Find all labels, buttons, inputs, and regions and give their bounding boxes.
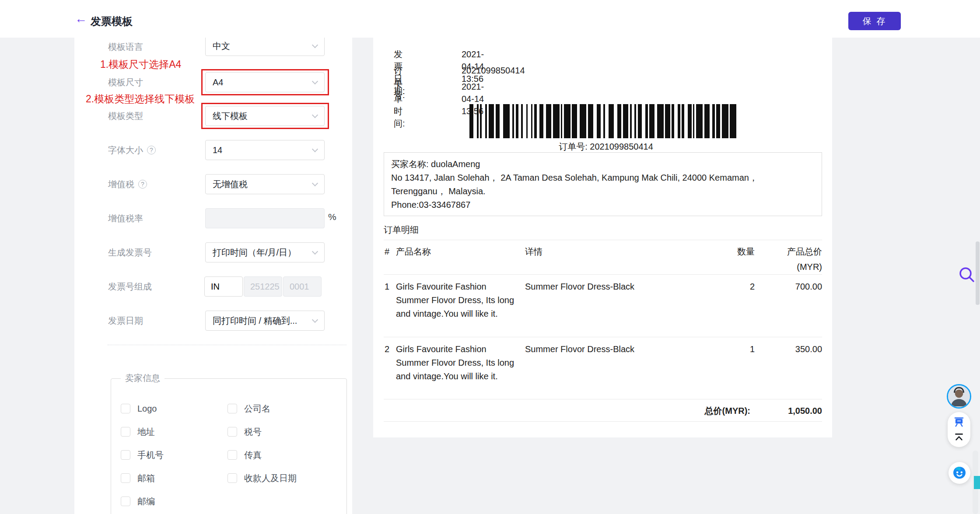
col-total-unit: (MYR) <box>735 260 822 274</box>
row2-no: 2 <box>385 343 389 356</box>
seller-info-legend: 卖家信息 <box>121 372 164 384</box>
col-hash: # <box>385 245 389 259</box>
barcode-caption: 订单号: 2021099850414 <box>469 141 742 153</box>
row1-name: Girls Favourite Fashion Summer Flovor Dr… <box>396 280 519 321</box>
chevron-down-icon <box>312 248 318 255</box>
chevron-down-icon <box>312 317 318 323</box>
red-highlight-box-size <box>201 69 329 95</box>
buyer-address-1: No 13417, Jalan Solehah， 2A Taman Desa S… <box>391 171 815 185</box>
buyer-info-box: 买家名称: duolaAmeng No 13417, Jalan Solehah… <box>384 152 822 216</box>
vat-rate-input <box>205 208 325 228</box>
vat-value: 无增值税 <box>213 178 248 190</box>
chevron-down-icon <box>312 42 318 48</box>
meta-value: 2021099850414 <box>462 64 525 77</box>
col-detail: 详情 <box>525 245 542 259</box>
teal-corner-chip <box>974 476 980 489</box>
buyer-address-2: Terengganu， Malaysia. <box>391 185 815 198</box>
invoice-no-gen-select[interactable]: 打印时间（年/月/日） <box>205 242 325 262</box>
helper-pill <box>948 412 970 447</box>
chevron-down-icon <box>312 180 318 186</box>
checkbox-payee-date[interactable]: 收款人及日期 <box>228 472 297 485</box>
red-highlight-box-type <box>201 103 329 129</box>
checkbox-box[interactable] <box>121 404 130 413</box>
checkbox-box[interactable] <box>121 473 130 483</box>
barcode <box>469 104 742 138</box>
checkbox-logo[interactable]: Logo <box>121 402 157 415</box>
field-label-template-size: 模板尺寸 <box>108 76 143 89</box>
checkbox-email[interactable]: 邮箱 <box>121 472 155 485</box>
checkbox-zipcode[interactable]: 邮编 <box>121 495 155 508</box>
help-icon[interactable]: ? <box>147 146 156 154</box>
back-arrow-icon[interactable]: ← <box>75 13 87 25</box>
annotation-step2: 2.模板类型选择线下模板 <box>86 92 195 106</box>
checkbox-box[interactable] <box>228 427 237 437</box>
checkbox-box[interactable] <box>228 404 237 413</box>
checkbox-mobile[interactable]: 手机号 <box>121 448 164 462</box>
row1-detail: Summer Flovor Dress-Black <box>525 280 696 294</box>
scrollbar-thumb[interactable] <box>976 241 980 305</box>
announcement-board-icon[interactable] <box>953 416 965 427</box>
page-title: 发票模板 <box>91 14 133 28</box>
annotation-step1: 1.模板尺寸选择A4 <box>100 58 181 71</box>
field-label-font-size: 字体大小? <box>108 143 156 157</box>
order-table: # 产品名称 详情 数量 产品总价 (MYR) 1 Girls Favourit… <box>384 240 822 422</box>
checkbox-fax[interactable]: 传真 <box>228 448 262 462</box>
grand-total-label: 总价(MYR): <box>645 404 750 418</box>
invoice-date-value: 同打印时间 / 精确到... <box>213 315 297 327</box>
checkbox-company-name[interactable]: 公司名 <box>228 402 270 415</box>
font-size-value: 14 <box>213 145 222 155</box>
customer-service-avatar[interactable] <box>947 384 971 409</box>
chevron-down-icon <box>312 146 318 152</box>
buyer-name: 买家名称: duolaAmeng <box>391 157 815 171</box>
field-label-template-type: 模板类型 <box>108 109 143 122</box>
row2-name: Girls Favourite Fashion Summer Flovor Dr… <box>396 343 519 383</box>
invoice-no-gen-value: 打印时间（年/月/日） <box>213 247 296 259</box>
template-settings-panel: 模板语言 中文 1.模板尺寸选择A4 模板尺寸 A4 2.模板类型选择线下模板 … <box>74 38 352 514</box>
search-icon[interactable] <box>957 265 976 284</box>
template-language-select[interactable]: 中文 <box>205 38 325 56</box>
row1-no: 1 <box>385 280 389 294</box>
invoice-template-editor: ← 发票模板 保 存 模板语言 中文 1.模板尺寸选择A4 模板尺寸 A4 2.… <box>0 0 980 514</box>
field-label-invoice-no-gen: 生成发票号 <box>108 246 152 259</box>
checkbox-box[interactable] <box>228 450 237 460</box>
col-total: 产品总价 <box>735 245 822 259</box>
invoice-seq-part: 0001 <box>283 276 322 297</box>
field-label-vat: 增值税? <box>108 178 147 191</box>
vat-select[interactable]: 无增值税 <box>205 174 325 194</box>
field-label-invoice-no-parts: 发票号组成 <box>108 280 152 293</box>
row1-total: 700.00 <box>735 280 822 294</box>
feedback-smiley-icon[interactable] <box>948 462 970 484</box>
grand-total-value: 1,050.00 <box>752 404 822 418</box>
checkbox-box[interactable] <box>121 450 130 460</box>
invoice-preview: 发票日期: 2021-04-14 13:56 订单号: 202109985041… <box>373 38 832 437</box>
percent-suffix: % <box>328 212 336 222</box>
seller-info-group: 卖家信息 <box>111 378 347 514</box>
font-size-select[interactable]: 14 <box>205 140 325 160</box>
row2-total: 350.00 <box>735 343 822 356</box>
top-bar: ← 发票模板 保 存 <box>0 0 980 38</box>
col-product: 产品名称 <box>396 245 431 259</box>
checkbox-box[interactable] <box>121 427 130 437</box>
row2-detail: Summer Flovor Dress-Black <box>525 343 696 356</box>
save-button[interactable]: 保 存 <box>848 12 901 30</box>
checkbox-tax-no[interactable]: 税号 <box>228 425 262 438</box>
help-icon[interactable]: ? <box>138 180 147 189</box>
field-label-vat-rate: 增值税率 <box>108 212 143 225</box>
checkbox-box[interactable] <box>121 497 130 506</box>
invoice-date-part: 251225 <box>244 276 282 297</box>
field-label-invoice-date: 发票日期 <box>108 314 143 327</box>
order-details-title: 订单明细 <box>384 224 419 236</box>
invoice-prefix-input[interactable]: IN <box>204 276 243 297</box>
checkbox-address[interactable]: 地址 <box>121 425 155 438</box>
dotted-divider <box>108 345 346 345</box>
template-language-value: 中文 <box>213 40 230 52</box>
invoice-date-select[interactable]: 同打印时间 / 精确到... <box>205 311 325 331</box>
meta-label: 下单时间: <box>394 80 405 129</box>
checkbox-box[interactable] <box>228 473 237 483</box>
buyer-phone: Phone:03-33467867 <box>391 198 815 212</box>
collapse-to-top-icon[interactable] <box>953 432 965 443</box>
field-label-template-language: 模板语言 <box>108 40 143 53</box>
